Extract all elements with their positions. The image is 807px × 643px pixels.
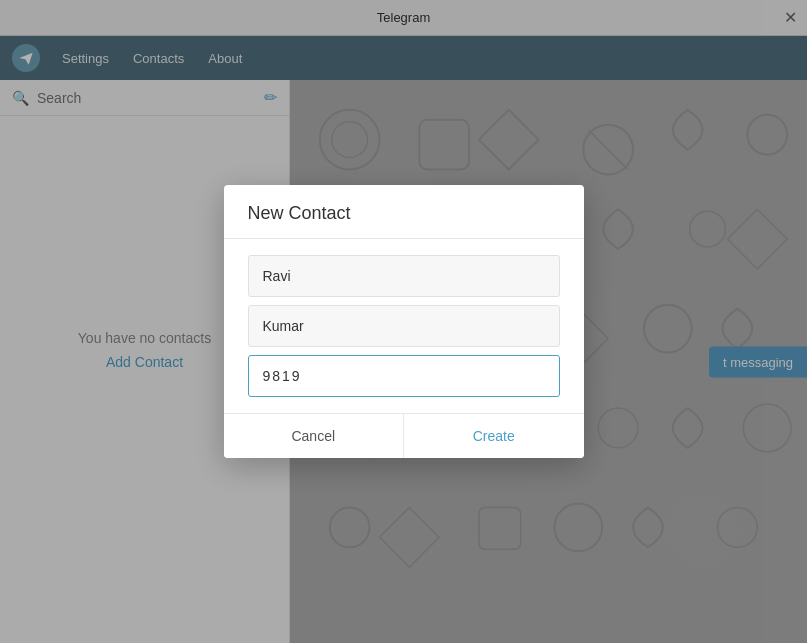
- dialog-header: New Contact: [224, 185, 584, 239]
- dialog-title: New Contact: [248, 203, 560, 224]
- create-button[interactable]: Create: [404, 414, 584, 458]
- dialog-body: [224, 239, 584, 413]
- last-name-input[interactable]: [248, 305, 560, 347]
- new-contact-dialog: New Contact Cancel Create: [224, 185, 584, 458]
- first-name-input[interactable]: [248, 255, 560, 297]
- phone-input[interactable]: [248, 355, 560, 397]
- cancel-button[interactable]: Cancel: [224, 414, 405, 458]
- modal-overlay: New Contact Cancel Create: [0, 0, 807, 643]
- dialog-footer: Cancel Create: [224, 413, 584, 458]
